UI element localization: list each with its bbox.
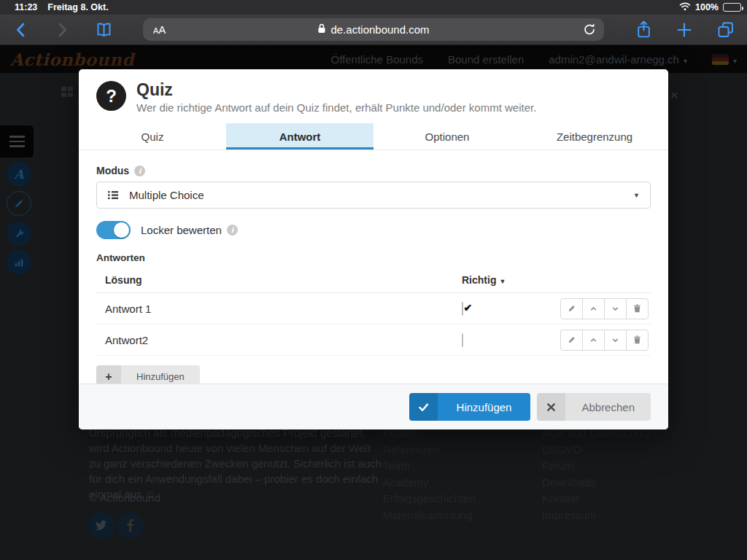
footer-copyright: © Actionbound xyxy=(89,491,160,504)
delete-button[interactable] xyxy=(626,330,649,351)
modus-select[interactable]: Multiple Choice ▼ xyxy=(96,182,651,209)
address-bar[interactable]: AA de.actionbound.com xyxy=(143,18,604,41)
status-bar: 11:23 Freitag 8. Okt. 100% xyxy=(0,0,747,15)
screen: 11:23 Freitag 8. Okt. 100% AA xyxy=(0,0,747,560)
grid-view-icon xyxy=(61,87,74,98)
row-actions xyxy=(560,298,651,319)
footer-link[interactable]: Materialsammlung xyxy=(383,509,476,521)
footer-about-text: Ursprünglich als medienpädagogisches Pro… xyxy=(89,425,382,502)
chevron-down-icon: ▾ xyxy=(684,57,687,65)
back-button[interactable] xyxy=(13,21,29,39)
modal-footer: Hinzufügen Abbrechen xyxy=(79,384,668,429)
trash-icon xyxy=(632,303,642,314)
facebook-icon xyxy=(127,519,133,532)
battery-icon xyxy=(723,3,741,12)
move-up-button[interactable] xyxy=(582,330,605,351)
tab-antwort[interactable]: Antwort xyxy=(226,123,374,149)
nav-account-menu[interactable]: admin2@andwil-arnegg.ch▾ xyxy=(549,53,687,66)
answers-table: Lösung Richtig▼ Antwort 1 xyxy=(96,268,651,356)
move-down-button[interactable] xyxy=(604,330,627,351)
twitter-icon xyxy=(95,520,107,531)
actionbound-logo[interactable]: Actionbound xyxy=(10,50,134,69)
question-mark-icon: ? xyxy=(96,81,126,111)
modus-label: Modus xyxy=(96,165,129,176)
modal-tabs: Quiz Antwort Optionen Zeitbegrenzung xyxy=(79,123,668,150)
pencil-icon xyxy=(567,335,576,345)
footer-links-column-1: Kosten Referenzen Team Academy Erfolgsge… xyxy=(383,427,476,525)
footer-link[interactable]: Erfolgsgeschichten xyxy=(383,492,476,505)
table-row: Antwort 1 xyxy=(96,293,651,324)
sidebar-settings-button[interactable] xyxy=(7,221,31,246)
locker-bewerten-toggle[interactable] xyxy=(96,221,131,239)
forward-button[interactable] xyxy=(54,21,70,39)
twitter-link[interactable] xyxy=(88,512,115,539)
edit-button[interactable] xyxy=(560,298,583,319)
tab-optionen[interactable]: Optionen xyxy=(374,123,521,149)
confirm-button[interactable]: Hinzufügen xyxy=(409,393,531,421)
answer-text: Antwort 1 xyxy=(96,303,451,315)
column-solution: Lösung xyxy=(96,274,451,286)
edit-button[interactable] xyxy=(560,330,583,351)
tabs-icon[interactable] xyxy=(716,20,735,39)
browser-toolbar: AA de.actionbound.com xyxy=(0,15,747,45)
nav-public-bounds[interactable]: Öffentliche Bounds xyxy=(331,53,423,66)
tab-quiz[interactable]: Quiz xyxy=(79,123,226,149)
background-close-icon: ✕ xyxy=(670,89,679,102)
footer-link[interactable]: Impressum xyxy=(542,509,650,521)
row-actions xyxy=(560,330,651,351)
quiz-modal: ? Quiz Wer die richtige Antwort auf dein… xyxy=(79,69,668,429)
correct-checkbox[interactable] xyxy=(462,302,463,316)
column-correct-sort[interactable]: Richtig▼ xyxy=(451,274,560,286)
footer-link[interactable]: DSGVO xyxy=(542,443,650,456)
table-row: Antwort2 xyxy=(96,324,651,356)
answer-text: Antwort2 xyxy=(96,334,451,346)
cancel-button[interactable]: Abbrechen xyxy=(537,393,651,421)
url-text: de.actionbound.com xyxy=(330,23,429,36)
move-down-button[interactable] xyxy=(604,298,627,319)
pencil-icon xyxy=(567,304,576,314)
sidebar-edit-button[interactable] xyxy=(7,191,31,216)
toggle-label: Locker bewerten xyxy=(141,224,222,236)
chevron-up-icon xyxy=(589,335,598,345)
battery-percent: 100% xyxy=(695,2,719,12)
bookmarks-icon[interactable] xyxy=(95,21,113,39)
feather-icon xyxy=(13,198,25,209)
modal-title: Quiz xyxy=(136,81,536,99)
sidebar-menu-button[interactable] xyxy=(0,125,34,158)
modal-subtitle: Wer die richtige Antwort auf dein Quiz f… xyxy=(136,101,536,114)
info-icon[interactable]: i xyxy=(227,225,238,236)
info-icon[interactable]: i xyxy=(134,166,145,176)
move-up-button[interactable] xyxy=(582,298,605,319)
clock: 11:23 xyxy=(15,2,37,12)
correct-checkbox[interactable] xyxy=(462,333,463,347)
bar-chart-icon xyxy=(14,257,24,268)
sidebar-actionbound-button[interactable]: A xyxy=(7,162,31,187)
date: Freitag 8. Okt. xyxy=(47,2,108,12)
footer-link[interactable]: Kontakt xyxy=(542,492,650,505)
share-icon[interactable] xyxy=(635,20,653,39)
modus-value: Multiple Choice xyxy=(129,189,204,201)
chevron-down-icon: ▾ xyxy=(733,57,737,65)
footer-link[interactable]: Academy xyxy=(383,476,476,489)
language-selector[interactable]: ▾ xyxy=(712,53,737,66)
chevron-down-icon xyxy=(611,304,620,314)
nav-create-bound[interactable]: Bound erstellen xyxy=(448,53,524,66)
list-icon xyxy=(107,190,119,201)
footer-link[interactable]: Referenzen xyxy=(383,443,476,456)
sidebar-stats-button[interactable] xyxy=(7,250,31,275)
reload-button[interactable] xyxy=(582,22,597,37)
footer-link[interactable]: Downloads xyxy=(542,476,650,489)
close-icon xyxy=(537,393,565,421)
german-flag-icon xyxy=(712,54,729,65)
facebook-link[interactable] xyxy=(117,512,144,539)
new-tab-icon[interactable] xyxy=(676,21,693,39)
delete-button[interactable] xyxy=(626,298,649,319)
lock-icon xyxy=(317,23,326,36)
chevron-down-icon xyxy=(611,335,620,345)
footer-link[interactable]: Team xyxy=(383,459,476,472)
tab-zeitbegrenzung[interactable]: Zeitbegrenzung xyxy=(521,123,668,149)
footer-links-column-2: AGB und Datenschutz DSGVO Forum Download… xyxy=(531,427,650,525)
check-icon xyxy=(409,393,438,421)
wrench-icon xyxy=(14,228,25,239)
footer-link[interactable]: Forum xyxy=(542,459,650,472)
